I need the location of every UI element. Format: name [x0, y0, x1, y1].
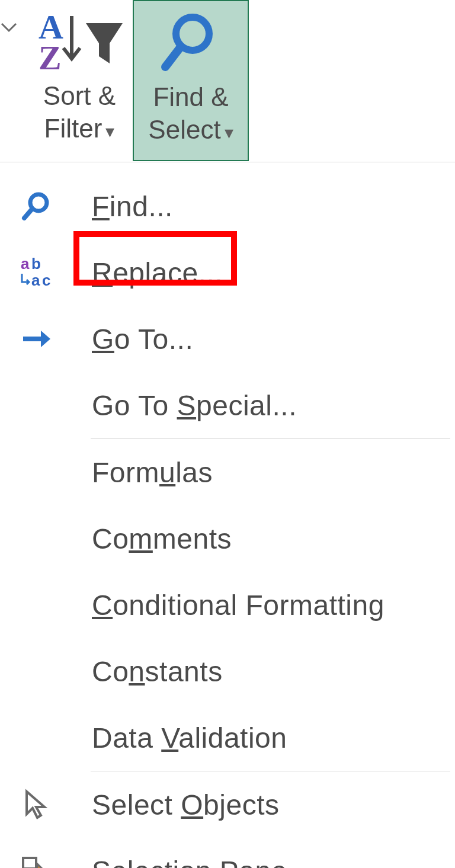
menu-label-select-objects: Select Objects	[92, 789, 279, 821]
menu-label-goto-special: Go To Special...	[92, 389, 297, 422]
menu-item-selection-pane[interactable]: Selection Pane...	[0, 838, 455, 868]
chevron-down-icon: ▾	[225, 123, 233, 142]
find-select-menu: Find... a b a c Replace... Go	[0, 162, 455, 868]
svg-text:a: a	[31, 271, 40, 289]
menu-item-find[interactable]: Find...	[0, 173, 455, 239]
menu-label-replace: Replace...	[92, 257, 223, 289]
sort-filter-label-1: Sort &	[43, 81, 116, 110]
menu-item-select-objects[interactable]: Select Objects	[0, 771, 455, 838]
menu-label-selection-pane: Selection Pane...	[92, 855, 312, 869]
svg-rect-11	[23, 858, 36, 868]
menu-label-find: Find...	[92, 190, 173, 223]
menu-label-data-validation: Data Validation	[92, 722, 287, 754]
sort-filter-icon: A Z	[35, 9, 124, 74]
svg-text:c: c	[42, 271, 50, 289]
menu-label-formulas: Formulas	[92, 456, 213, 489]
menu-item-replace[interactable]: a b a c Replace...	[0, 239, 455, 306]
menu-item-data-validation[interactable]: Data Validation	[0, 704, 455, 771]
svg-line-5	[24, 210, 31, 218]
chevron-down-icon	[0, 21, 18, 33]
chevron-down-icon: ▾	[105, 121, 114, 141]
menu-label-conditional: Conditional Formatting	[92, 589, 384, 622]
menu-item-goto[interactable]: Go To...	[0, 306, 455, 372]
cursor-icon	[21, 788, 54, 821]
find-select-button[interactable]: Find & Select▾	[133, 0, 249, 161]
svg-text:Z: Z	[39, 39, 62, 74]
svg-line-3	[165, 47, 181, 67]
sort-filter-label-2: Filter	[44, 114, 102, 143]
menu-label-comments: Comments	[92, 523, 232, 555]
svg-text:b: b	[31, 256, 41, 273]
sort-filter-button[interactable]: A Z Sort & Filter▾	[26, 0, 133, 161]
ribbon-section: A Z Sort & Filter▾ Find & Select▾	[0, 0, 455, 162]
selection-pane-icon	[21, 854, 57, 868]
menu-label-constants: Constants	[92, 655, 223, 688]
arrow-right-icon	[21, 327, 54, 351]
magnifier-icon	[158, 10, 223, 75]
find-select-label-1: Find &	[153, 82, 228, 111]
find-select-label-2: Select	[148, 115, 220, 144]
replace-icon: a b a c	[21, 256, 56, 289]
ribbon-dropdown-indicator[interactable]	[0, 0, 26, 39]
search-icon	[21, 190, 54, 223]
menu-item-formulas[interactable]: Formulas	[0, 439, 455, 505]
menu-item-conditional-formatting[interactable]: Conditional Formatting	[0, 572, 455, 638]
menu-item-constants[interactable]: Constants	[0, 638, 455, 704]
menu-item-goto-special[interactable]: Go To Special...	[0, 372, 455, 438]
svg-text:a: a	[21, 256, 30, 273]
menu-label-goto: Go To...	[92, 323, 193, 355]
menu-item-comments[interactable]: Comments	[0, 505, 455, 572]
